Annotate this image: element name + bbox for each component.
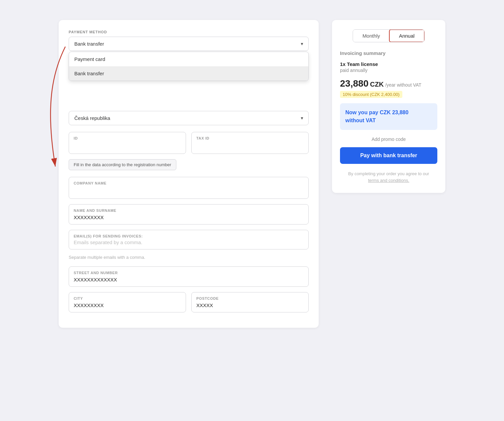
license-sub: paid annually <box>340 68 437 73</box>
id-taxid-row: ID TAX ID <box>69 132 309 154</box>
invoicing-summary-label: Invoicing summary <box>340 50 437 56</box>
id-value <box>74 142 181 150</box>
now-pay-text: Now you pay CZK 23,880 without VAT <box>345 109 432 125</box>
email-field[interactable]: EMAIL(S) FOR SENDING INVOICES: Emails se… <box>69 230 309 249</box>
company-name-field[interactable]: COMPANY NAME <box>69 177 309 199</box>
company-name-value <box>74 187 304 195</box>
city-label: CITY <box>74 296 181 300</box>
payment-method-dropdown-wrapper: Bank transfer ▼ Payment card Bank transf… <box>69 37 309 51</box>
email-label: EMAIL(S) FOR SENDING INVOICES: <box>74 234 304 238</box>
tax-id-label: TAX ID <box>196 136 304 140</box>
city-postcode-row: CITY XXXXXXXXX POSTCODE XXXXX <box>69 292 309 312</box>
right-panel: Monthly Annual Invoicing summary 1x Team… <box>332 20 445 328</box>
tax-id-field[interactable]: TAX ID <box>191 132 309 154</box>
name-value: XXXXXXXXX <box>74 214 304 220</box>
postcode-label: POSTCODE <box>196 296 304 300</box>
price-row: 23,880 CZK /year without VAT <box>340 78 437 89</box>
city-field[interactable]: CITY XXXXXXXXX <box>69 292 186 312</box>
page-container: PAYMENT METHOD Bank transfer ▼ Payment c… <box>52 13 452 334</box>
country-selected-value: Česká republika <box>74 115 110 121</box>
discount-badge: 10% discount (CZK 2,400.00) <box>340 91 402 98</box>
terms-link[interactable]: terms and conditions. <box>368 178 409 183</box>
country-dropdown[interactable]: Česká republika <box>69 111 309 125</box>
left-panel: PAYMENT METHOD Bank transfer ▼ Payment c… <box>59 20 319 328</box>
promo-code-link[interactable]: Add promo code <box>340 137 437 142</box>
dropdown-option-bank-transfer[interactable]: Bank transfer <box>69 66 308 81</box>
billing-card: Monthly Annual Invoicing summary 1x Team… <box>332 20 445 193</box>
street-field[interactable]: STREET AND NUMBER XXXXXXXXXXXXX <box>69 266 309 287</box>
terms-text: By completing your order you agree to ou… <box>340 171 437 184</box>
payment-method-dropdown[interactable]: Bank transfer <box>69 37 309 51</box>
price-currency: CZK <box>370 81 384 88</box>
name-label: NAME AND SURNAME <box>74 209 304 212</box>
email-placeholder: Emails separated by a comma. <box>74 239 304 245</box>
postcode-value: XXXXX <box>196 302 304 308</box>
payment-method-selected-value: Bank transfer <box>74 41 104 47</box>
billing-tab-group: Monthly Annual <box>353 29 424 42</box>
fill-data-hint-button[interactable]: Fill in the data according to the regist… <box>69 159 176 170</box>
street-label: STREET AND NUMBER <box>74 271 304 275</box>
country-dropdown-wrapper: Česká republika ▼ <box>69 111 309 125</box>
dropdown-option-payment-card[interactable]: Payment card <box>69 52 308 66</box>
payment-method-label: PAYMENT METHOD <box>69 30 309 34</box>
name-surname-field[interactable]: NAME AND SURNAME XXXXXXXXX <box>69 204 309 224</box>
payment-method-section: PAYMENT METHOD Bank transfer ▼ Payment c… <box>69 30 309 51</box>
now-pay-box: Now you pay CZK 23,880 without VAT <box>340 103 437 130</box>
id-field[interactable]: ID <box>69 132 186 154</box>
price-period: /year without VAT <box>385 82 421 88</box>
id-label: ID <box>74 136 181 140</box>
email-hint-text: Separate multiple emails with a comma. <box>69 255 309 260</box>
payment-method-dropdown-menu: Payment card Bank transfer <box>69 52 309 81</box>
pay-with-bank-transfer-button[interactable]: Pay with bank transfer <box>340 147 437 164</box>
price-amount: 23,880 <box>340 78 369 89</box>
license-title: 1x Team license <box>340 61 437 67</box>
country-section: Česká republika ▼ <box>69 111 309 125</box>
monthly-tab[interactable]: Monthly <box>353 30 389 42</box>
company-name-label: COMPANY NAME <box>74 181 304 185</box>
city-value: XXXXXXXXX <box>74 302 181 308</box>
annual-tab[interactable]: Annual <box>389 29 425 42</box>
tax-id-value <box>196 142 304 150</box>
street-value: XXXXXXXXXXXXX <box>74 277 304 282</box>
postcode-field[interactable]: POSTCODE XXXXX <box>191 292 309 312</box>
